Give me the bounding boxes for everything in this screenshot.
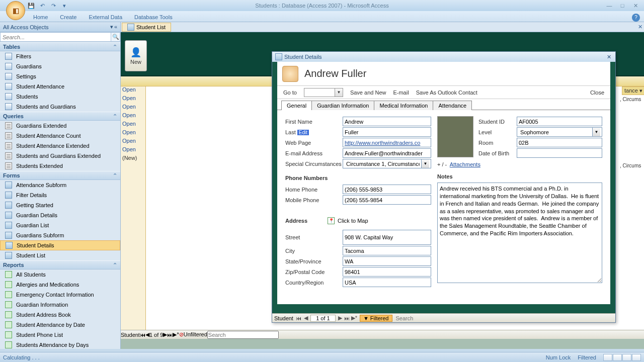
nav-item[interactable]: Student List	[0, 250, 120, 260]
goto-combo[interactable]: ▼	[304, 88, 343, 97]
close-tab-icon[interactable]: ✕	[636, 24, 644, 30]
datasheet-view-button[interactable]	[613, 354, 622, 361]
popup-close-icon[interactable]: ✕	[605, 54, 612, 60]
recnav-next-icon[interactable]: ▶	[337, 315, 344, 321]
layout-view-button[interactable]	[622, 354, 631, 361]
mobile-phone-field[interactable]	[343, 195, 431, 205]
nav-item[interactable]: Guardian List	[0, 220, 120, 230]
minimize-button[interactable]: —	[605, 3, 614, 9]
recnav-first-icon[interactable]: ⏮	[140, 332, 145, 338]
open-link[interactable]: Open	[121, 129, 145, 138]
recnav-last-icon[interactable]: ⏭	[167, 332, 173, 338]
open-link[interactable]: Open	[121, 146, 145, 155]
open-link[interactable]: Open	[121, 104, 145, 112]
nav-item[interactable]: Allergies and Medications	[0, 280, 120, 290]
nav-item[interactable]: Student Details	[0, 240, 120, 250]
recnav-new-icon[interactable]: ▶*	[173, 331, 179, 338]
email-field[interactable]	[343, 148, 431, 158]
nav-item[interactable]: Student Attendance Count	[0, 131, 120, 141]
email-button[interactable]: E-mail	[393, 89, 409, 96]
nav-dropdown-icon[interactable]: ▾	[110, 24, 113, 30]
close-button[interactable]: Close	[590, 89, 604, 96]
nav-item[interactable]: Student Attendance	[0, 81, 120, 92]
last-name-field[interactable]	[343, 127, 431, 137]
nav-item[interactable]: Settings	[0, 71, 120, 81]
student-photo[interactable]	[437, 116, 473, 157]
first-name-field[interactable]	[343, 117, 431, 126]
ribbon-tab-external[interactable]: External Data	[83, 13, 128, 22]
new-row-link[interactable]: (New)	[121, 155, 145, 163]
column-header-partial[interactable]: tance ▾	[622, 86, 644, 95]
attachments-link[interactable]: Attachments	[450, 161, 480, 167]
search-icon[interactable]: 🔍	[111, 32, 120, 42]
nav-item[interactable]: Students and Guardians	[0, 102, 120, 112]
ribbon-tab-dbtools[interactable]: Database Tools	[128, 13, 179, 22]
popup-titlebar[interactable]: Student Details ✕	[272, 52, 615, 62]
design-view-button[interactable]	[632, 354, 641, 361]
click-to-map-link[interactable]: 📍Click to Map	[328, 217, 368, 224]
recnav-first-icon[interactable]: ⏮	[295, 315, 302, 321]
recnav-prev-icon[interactable]: ◀	[145, 331, 149, 338]
nav-item[interactable]: Guardians	[0, 61, 120, 71]
nav-search-input[interactable]	[0, 32, 111, 42]
document-tab-student-list[interactable]: Student List	[122, 23, 171, 32]
nav-item[interactable]: Getting Started	[0, 200, 120, 210]
recnav-next-icon[interactable]: ▶	[163, 331, 167, 338]
nav-item[interactable]: Students	[0, 92, 120, 102]
open-link[interactable]: Open	[121, 138, 145, 146]
nav-item[interactable]: Guardian Details	[0, 210, 120, 220]
recnav-search-input[interactable]	[207, 331, 279, 339]
qat-more-icon[interactable]: ▾	[60, 2, 68, 10]
level-combo[interactable]: ▼	[517, 127, 602, 137]
maximize-button[interactable]: □	[618, 3, 627, 9]
office-button[interactable]: ◧	[6, 1, 25, 20]
recnav-filter[interactable]: ▼Filtered	[360, 315, 392, 322]
nav-item[interactable]: Guardian Information	[0, 300, 120, 310]
dob-field[interactable]	[517, 148, 602, 158]
nav-item[interactable]: Students and Guardians Extended	[0, 151, 120, 161]
form-view-button[interactable]	[603, 354, 612, 361]
tab-general[interactable]: General	[281, 101, 312, 110]
nav-item[interactable]: Student Address Book	[0, 310, 120, 320]
nav-item[interactable]: Guardians Subform	[0, 230, 120, 240]
special-combo[interactable]: ▼	[343, 159, 431, 168]
nav-group-queries[interactable]: Queries⌃	[0, 112, 120, 121]
nav-item[interactable]: Emergency Contact Information	[0, 290, 120, 300]
room-field[interactable]	[517, 138, 602, 147]
city-field[interactable]	[343, 246, 431, 255]
nav-group-forms[interactable]: Forms⌃	[0, 171, 120, 180]
home-phone-field[interactable]	[343, 185, 431, 194]
nav-item[interactable]: Attendance Subform	[0, 180, 120, 190]
undo-icon[interactable]: ↶	[38, 2, 46, 10]
recnav-last-icon[interactable]: ⏭	[344, 315, 351, 321]
level-input[interactable]	[519, 128, 592, 136]
nav-pane-header[interactable]: All Access Objects ▾«	[0, 22, 120, 32]
close-button[interactable]: ✕	[631, 3, 640, 9]
redo-icon[interactable]: ↷	[49, 2, 57, 10]
recnav-filter[interactable]: ⊘Unfiltered	[179, 331, 207, 338]
save-outlook-button[interactable]: Save As Outlook Contact	[416, 89, 477, 96]
notes-field[interactable]	[437, 183, 602, 283]
nav-item[interactable]: Guardians Extended	[0, 121, 120, 131]
open-link[interactable]: Open	[121, 121, 145, 129]
nav-item[interactable]: All Students	[0, 269, 120, 280]
save-icon[interactable]: 💾	[27, 2, 35, 10]
street-field[interactable]	[343, 230, 431, 245]
nav-item[interactable]: Student Attendance by Date	[0, 320, 120, 330]
new-student-button[interactable]: 👤 New	[125, 40, 147, 71]
save-and-new-button[interactable]: Save and New	[350, 89, 386, 96]
web-page-field[interactable]	[343, 138, 431, 147]
open-link[interactable]: Open	[121, 95, 145, 104]
help-icon[interactable]: ?	[632, 14, 640, 22]
nav-item[interactable]: Student Phone List	[0, 330, 120, 340]
ribbon-tab-create[interactable]: Create	[54, 13, 83, 22]
nav-item[interactable]: Students Extended	[0, 161, 120, 171]
tab-guardian-information[interactable]: Guardian Information	[311, 101, 374, 110]
student-id-field[interactable]	[517, 117, 602, 126]
open-link[interactable]: Open	[121, 112, 145, 121]
zip-field[interactable]	[343, 267, 431, 277]
nav-group-reports[interactable]: Reports⌃	[0, 260, 120, 269]
special-input[interactable]	[345, 159, 421, 168]
tab-attendance[interactable]: Attendance	[433, 101, 472, 110]
nav-item[interactable]: Students Attendance by Days	[0, 340, 120, 349]
